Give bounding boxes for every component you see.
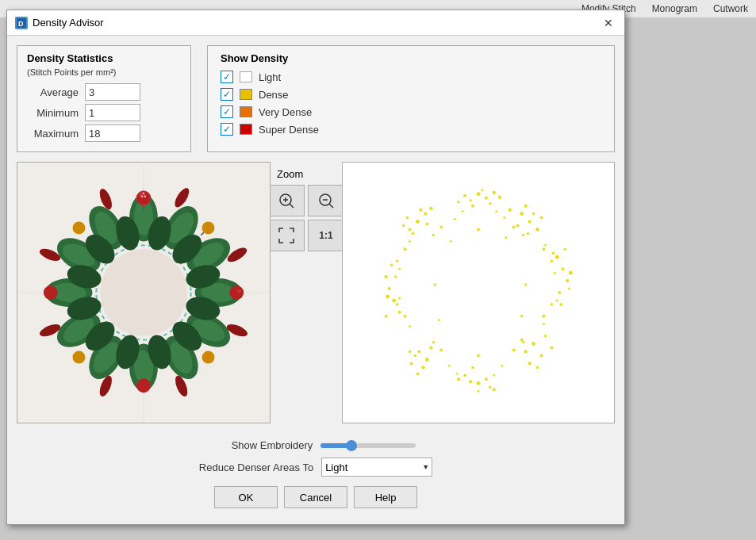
dialog-buttons: OK Cancel Help xyxy=(17,486,615,508)
svg-point-103 xyxy=(552,252,555,255)
maximum-input[interactable] xyxy=(85,124,140,142)
svg-point-117 xyxy=(463,373,466,377)
svg-point-123 xyxy=(417,350,420,354)
svg-point-107 xyxy=(524,350,527,353)
density-options-list: Light Dense Very Dense xyxy=(221,71,601,136)
svg-text:D: D xyxy=(18,20,24,28)
zoom-1to1-button[interactable]: 1:1 xyxy=(308,220,344,251)
dialog-title-left: D Density Advisor xyxy=(15,17,104,29)
svg-point-156 xyxy=(432,234,436,237)
svg-point-167 xyxy=(439,349,443,352)
svg-point-161 xyxy=(404,247,407,251)
checkbox-super-dense[interactable] xyxy=(221,123,233,136)
svg-point-120 xyxy=(471,366,474,370)
dialog-icon: D xyxy=(15,17,28,29)
svg-point-122 xyxy=(425,358,429,362)
checkbox-light[interactable] xyxy=(221,71,233,83)
svg-point-134 xyxy=(398,311,401,314)
minimum-input[interactable] xyxy=(85,104,140,121)
svg-point-142 xyxy=(412,232,415,235)
svg-point-132 xyxy=(385,275,388,278)
svg-point-141 xyxy=(406,216,409,220)
svg-point-139 xyxy=(409,228,412,231)
svg-point-177 xyxy=(556,299,558,301)
svg-point-171 xyxy=(462,210,464,213)
svg-point-151 xyxy=(477,228,480,231)
svg-point-173 xyxy=(495,210,497,213)
svg-point-77 xyxy=(477,192,481,196)
density-statistics-panel: Density Statistics (Stitch Points per mm… xyxy=(17,45,191,152)
svg-line-75 xyxy=(329,204,333,208)
svg-point-5 xyxy=(100,249,186,335)
svg-point-105 xyxy=(532,342,535,346)
minimum-row: Minimum xyxy=(27,104,181,121)
svg-point-106 xyxy=(540,354,543,358)
top-sections: Density Statistics (Stitch Points per mm… xyxy=(17,45,615,152)
svg-point-111 xyxy=(536,366,539,370)
svg-point-55 xyxy=(236,289,241,293)
svg-point-131 xyxy=(388,287,391,290)
svg-point-150 xyxy=(438,319,440,321)
cancel-button[interactable]: Cancel xyxy=(284,486,347,508)
show-density-title: Show Density xyxy=(221,52,601,64)
dialog-title: Density Advisor xyxy=(33,17,104,29)
svg-line-72 xyxy=(290,204,294,208)
svg-point-124 xyxy=(421,366,424,369)
svg-point-145 xyxy=(425,223,428,226)
svg-point-169 xyxy=(512,349,516,352)
embroidery-slider[interactable] xyxy=(320,443,416,448)
average-label: Average xyxy=(27,86,79,98)
density-option-light: Light xyxy=(221,71,601,83)
wreath-svg xyxy=(17,163,270,423)
svg-point-153 xyxy=(434,283,437,286)
zoom-in-button[interactable] xyxy=(268,185,305,216)
zoom-label: Zoom xyxy=(277,168,303,180)
svg-point-186 xyxy=(409,240,411,243)
label-very-dense: Very Dense xyxy=(259,106,312,118)
help-button[interactable]: Help xyxy=(354,486,417,508)
density-option-super-dense: Super Dense xyxy=(221,123,601,136)
dialog-titlebar: D Density Advisor ✕ xyxy=(7,10,624,36)
zoom-out-button[interactable] xyxy=(308,185,344,216)
svg-point-172 xyxy=(454,218,456,220)
svg-point-128 xyxy=(409,350,412,354)
svg-point-86 xyxy=(457,201,460,204)
svg-point-84 xyxy=(489,202,492,205)
average-row: Average xyxy=(27,83,181,101)
svg-point-115 xyxy=(469,380,472,383)
close-button[interactable]: ✕ xyxy=(601,15,616,31)
svg-point-154 xyxy=(524,283,528,286)
svg-point-184 xyxy=(398,297,401,299)
svg-point-149 xyxy=(520,315,524,318)
svg-point-138 xyxy=(416,220,420,224)
checkbox-dense[interactable] xyxy=(221,88,233,101)
svg-point-181 xyxy=(456,373,459,375)
reduce-denser-select[interactable]: Light Dense Very Dense xyxy=(321,458,432,477)
maximum-label: Maximum xyxy=(27,128,79,140)
zoom-fit-button[interactable] xyxy=(268,220,305,251)
svg-point-80 xyxy=(493,191,496,194)
svg-point-99 xyxy=(558,291,561,294)
zoom-section: Zoom xyxy=(271,162,342,423)
average-input[interactable] xyxy=(85,83,140,101)
svg-point-125 xyxy=(414,354,417,358)
svg-point-127 xyxy=(429,346,432,349)
svg-point-165 xyxy=(404,315,407,318)
svg-point-49 xyxy=(144,196,146,197)
svg-point-97 xyxy=(561,267,564,270)
svg-point-175 xyxy=(544,244,547,247)
svg-point-79 xyxy=(469,199,472,202)
checkbox-very-dense[interactable] xyxy=(221,105,233,118)
embroidery-preview xyxy=(17,162,271,423)
svg-point-85 xyxy=(498,196,501,199)
ok-button[interactable]: OK xyxy=(214,486,278,508)
svg-point-174 xyxy=(503,216,505,219)
svg-point-133 xyxy=(390,263,393,266)
bottom-controls: Show Embroidery Reduce Denser Areas To L… xyxy=(17,433,615,515)
svg-point-89 xyxy=(524,204,527,207)
maximum-row: Maximum xyxy=(27,124,181,142)
svg-point-158 xyxy=(522,234,525,237)
show-embroidery-row: Show Embroidery xyxy=(17,439,615,451)
density-svg xyxy=(343,163,614,423)
svg-point-176 xyxy=(554,272,556,274)
